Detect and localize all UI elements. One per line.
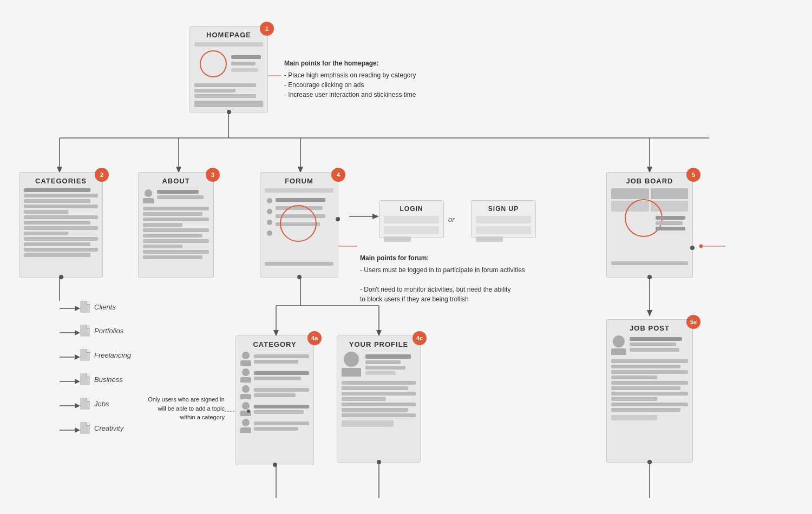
forum-title: FORUM xyxy=(265,177,333,185)
doc-icon-clients xyxy=(80,301,90,313)
badge-5a: 5a xyxy=(686,315,700,329)
doc-icon-portfolios xyxy=(80,325,90,337)
svg-marker-22 xyxy=(75,403,80,408)
your-profile-card: YOUR PROFILE xyxy=(337,335,421,463)
forum-annotation: Main points for forum: - Users must be l… xyxy=(360,253,525,304)
sub-item-clients: Clients xyxy=(80,301,116,313)
signup-card: SIGN UP xyxy=(471,200,536,238)
doc-icon-business xyxy=(80,373,90,385)
badge-3: 3 xyxy=(206,168,220,182)
login-title: LOGIN xyxy=(384,205,439,213)
svg-marker-16 xyxy=(75,330,80,335)
svg-marker-24 xyxy=(75,427,80,433)
badge-2: 2 xyxy=(95,168,109,182)
doc-icon-freelancing xyxy=(80,349,90,361)
diagram: HOMEPAGE 1 Main points for the homepage:… xyxy=(0,0,812,514)
sub-item-freelancing: Freelancing xyxy=(80,349,131,361)
about-card: ABOUT xyxy=(138,172,214,278)
doc-icon-jobs xyxy=(80,398,90,410)
category-note: Only users who are signed in will be abl… xyxy=(146,395,225,422)
homepage-annotation: Main points for the homepage: - Place hi… xyxy=(284,58,416,100)
badge-4c: 4c xyxy=(412,331,427,345)
svg-marker-14 xyxy=(75,306,80,311)
svg-marker-20 xyxy=(75,379,80,384)
doc-icon-creativity xyxy=(80,422,90,434)
job-post-title: JOB POST xyxy=(611,324,688,332)
categories-title: CATEGORIES xyxy=(24,177,98,185)
homepage-card: HOMEPAGE xyxy=(189,26,268,113)
sub-item-jobs: Jobs xyxy=(80,398,109,410)
svg-marker-34 xyxy=(647,310,652,317)
categories-card: CATEGORIES xyxy=(19,172,103,278)
svg-marker-18 xyxy=(75,354,80,360)
sub-item-portfolios: Portfolios xyxy=(80,325,123,337)
or-label: or xyxy=(448,215,455,223)
job-board-card: JOB BOARD xyxy=(606,172,693,278)
svg-marker-11 xyxy=(372,214,379,219)
signup-title: SIGN UP xyxy=(476,205,531,213)
badge-5: 5 xyxy=(686,168,700,182)
homepage-title: HOMEPAGE xyxy=(194,31,263,39)
svg-point-43 xyxy=(699,245,703,248)
login-card: LOGIN xyxy=(379,200,444,238)
forum-card: FORUM xyxy=(260,172,338,278)
category-title: CATEGORY xyxy=(240,340,309,348)
sub-item-business: Business xyxy=(80,373,123,385)
sub-item-creativity: Creativity xyxy=(80,422,123,434)
about-title: ABOUT xyxy=(143,177,209,185)
badge-4: 4 xyxy=(331,168,345,182)
category-card: CATEGORY xyxy=(235,335,314,465)
job-board-title: JOB BOARD xyxy=(611,177,688,185)
job-post-card: JOB POST xyxy=(606,319,693,463)
badge-4a: 4a xyxy=(307,331,322,345)
badge-1: 1 xyxy=(260,22,274,36)
your-profile-title: YOUR PROFILE xyxy=(342,340,416,348)
